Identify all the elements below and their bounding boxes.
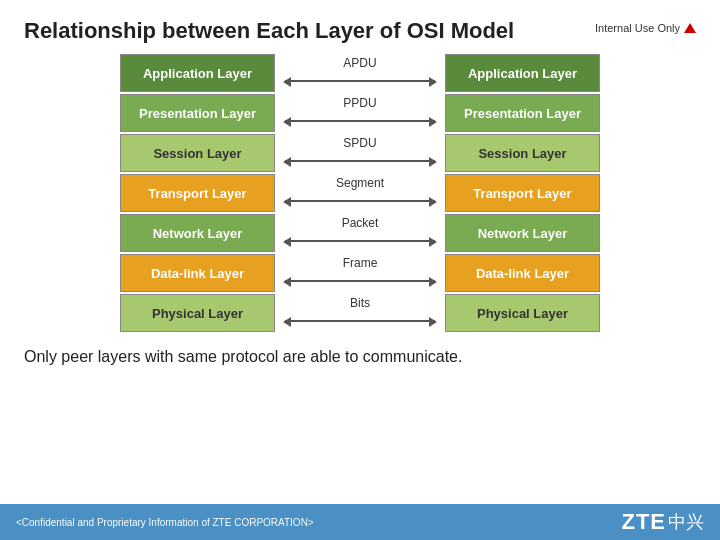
- arrow-row-3: Segment: [275, 174, 445, 212]
- left-layer-6: Physical Layer: [120, 294, 275, 332]
- left-layer-4: Network Layer: [120, 214, 275, 252]
- triangle-icon: [684, 23, 696, 33]
- footer-confidential: <Confidential and Proprietary Informatio…: [16, 517, 314, 528]
- arrow-label-6: Bits: [350, 296, 370, 310]
- arrow-row-2: SPDU: [275, 134, 445, 172]
- internal-use-text: Internal Use Only: [595, 22, 680, 34]
- footer: <Confidential and Proprietary Informatio…: [0, 504, 720, 540]
- arrow-row-5: Frame: [275, 254, 445, 292]
- arrow-row-1: PPDU: [275, 94, 445, 132]
- arrow-label-1: PPDU: [343, 96, 376, 110]
- left-layers-column: Application LayerPresentation LayerSessi…: [120, 54, 275, 332]
- arrow-row-4: Packet: [275, 214, 445, 252]
- internal-use-badge: Internal Use Only: [595, 22, 696, 34]
- arrow-right-head: [429, 317, 437, 327]
- arrow-line: [285, 120, 435, 122]
- right-layers-column: Application LayerPresentation LayerSessi…: [445, 54, 600, 332]
- right-layer-6: Physical Layer: [445, 294, 600, 332]
- arrow-label-3: Segment: [336, 176, 384, 190]
- middle-arrows-column: APDUPPDUSPDUSegmentPacketFrameBits: [275, 54, 445, 332]
- arrow-right-head: [429, 237, 437, 247]
- arrow-row-0: APDU: [275, 54, 445, 92]
- arrow-left-head: [283, 77, 291, 87]
- arrow-line: [285, 160, 435, 162]
- right-layer-4: Network Layer: [445, 214, 600, 252]
- arrow-left-head: [283, 197, 291, 207]
- arrow-right-head: [429, 197, 437, 207]
- osi-diagram: Application LayerPresentation LayerSessi…: [24, 54, 696, 332]
- zte-logo: ZTE 中兴: [621, 509, 704, 535]
- page-title: Relationship between Each Layer of OSI M…: [24, 18, 514, 44]
- zte-logo-text: ZTE: [621, 509, 666, 535]
- left-layer-1: Presentation Layer: [120, 94, 275, 132]
- header: Relationship between Each Layer of OSI M…: [24, 18, 696, 44]
- left-layer-0: Application Layer: [120, 54, 275, 92]
- arrow-right-head: [429, 77, 437, 87]
- arrow-row-6: Bits: [275, 294, 445, 332]
- left-layer-2: Session Layer: [120, 134, 275, 172]
- arrow-line: [285, 240, 435, 242]
- arrow-left-head: [283, 117, 291, 127]
- arrow-left-head: [283, 157, 291, 167]
- arrow-right-head: [429, 277, 437, 287]
- arrow-line: [285, 200, 435, 202]
- arrow-left-head: [283, 237, 291, 247]
- arrow-label-2: SPDU: [343, 136, 376, 150]
- right-layer-2: Session Layer: [445, 134, 600, 172]
- arrow-left-head: [283, 317, 291, 327]
- arrow-label-4: Packet: [342, 216, 379, 230]
- arrow-right-head: [429, 117, 437, 127]
- arrow-line: [285, 80, 435, 82]
- zte-logo-chinese: 中兴: [668, 510, 704, 534]
- arrow-line: [285, 320, 435, 322]
- arrow-right-head: [429, 157, 437, 167]
- arrow-label-5: Frame: [343, 256, 378, 270]
- arrow-label-0: APDU: [343, 56, 376, 70]
- arrow-line: [285, 280, 435, 282]
- left-layer-5: Data-link Layer: [120, 254, 275, 292]
- right-layer-3: Transport Layer: [445, 174, 600, 212]
- bottom-text: Only peer layers with same protocol are …: [24, 348, 696, 366]
- right-layer-1: Presentation Layer: [445, 94, 600, 132]
- page: Relationship between Each Layer of OSI M…: [0, 0, 720, 540]
- right-layer-0: Application Layer: [445, 54, 600, 92]
- right-layer-5: Data-link Layer: [445, 254, 600, 292]
- arrow-left-head: [283, 277, 291, 287]
- left-layer-3: Transport Layer: [120, 174, 275, 212]
